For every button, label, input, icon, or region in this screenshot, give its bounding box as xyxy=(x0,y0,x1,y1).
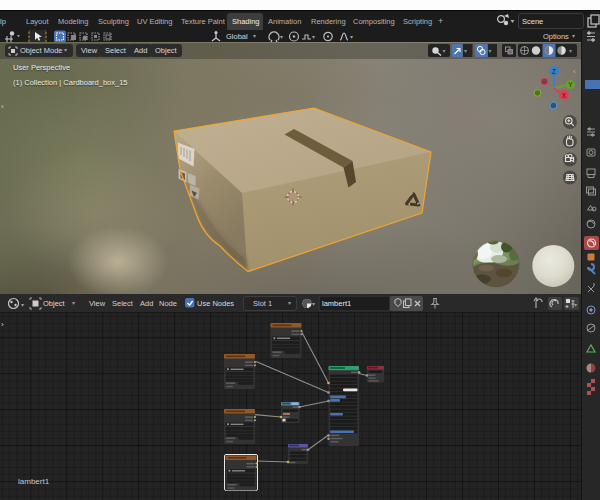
svg-text:Z: Z xyxy=(552,68,556,75)
svg-text:Y: Y xyxy=(568,81,573,88)
svg-text:X: X xyxy=(562,92,567,99)
